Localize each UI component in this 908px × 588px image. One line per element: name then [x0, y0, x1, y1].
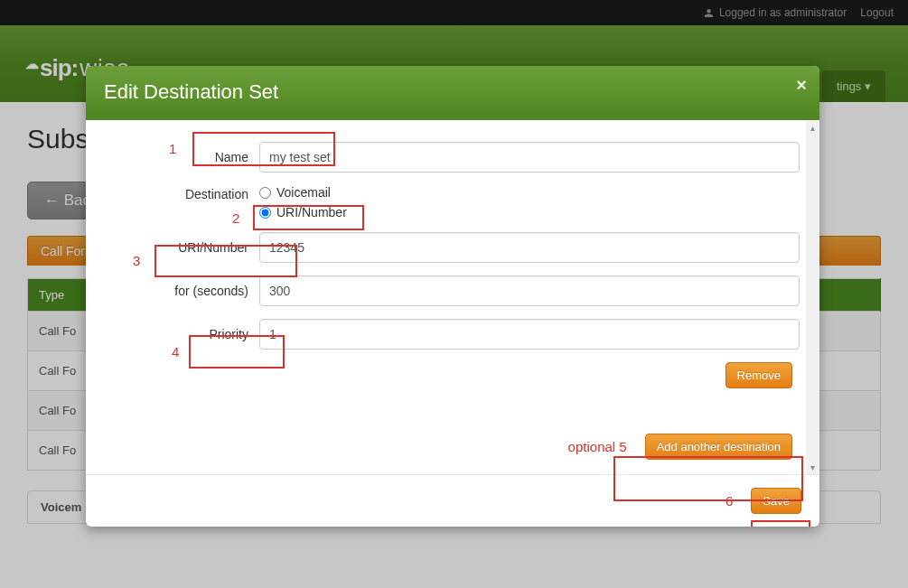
modal-scrollbar[interactable]: ▴ ▾	[806, 120, 819, 474]
radio-uri-input[interactable]	[259, 207, 271, 219]
label-for: for (seconds)	[106, 284, 248, 298]
scroll-down-icon[interactable]: ▾	[806, 460, 819, 474]
add-another-destination-button[interactable]: Add another destination	[645, 434, 792, 460]
label-destination: Destination	[106, 185, 248, 201]
radio-uri[interactable]: URI/Number	[259, 205, 347, 219]
edit-destination-set-modal: Edit Destination Set × Name Destination …	[86, 66, 819, 527]
uri-field[interactable]	[259, 232, 800, 263]
priority-field[interactable]	[259, 319, 800, 350]
modal-body: Name Destination Voicemail URI/Number	[86, 120, 819, 474]
scroll-up-icon[interactable]: ▴	[806, 120, 819, 135]
modal-title: Edit Destination Set	[104, 80, 278, 103]
remove-button[interactable]: Remove	[725, 362, 792, 388]
modal-footer: 6 Save	[86, 474, 819, 527]
step-6-label: 6	[725, 493, 733, 509]
modal-header: Edit Destination Set ×	[86, 66, 819, 120]
label-priority: Priority	[106, 327, 248, 341]
label-uri: URI/Number	[106, 240, 248, 255]
for-seconds-field[interactable]	[259, 275, 800, 306]
close-icon[interactable]: ×	[796, 75, 807, 96]
radio-voicemail[interactable]: Voicemail	[259, 185, 347, 200]
label-name: Name	[106, 150, 248, 164]
save-button[interactable]: Save	[751, 488, 801, 514]
radio-voicemail-input[interactable]	[259, 187, 271, 199]
name-field[interactable]	[259, 142, 800, 173]
optional-5-label: optional 5	[568, 439, 627, 454]
